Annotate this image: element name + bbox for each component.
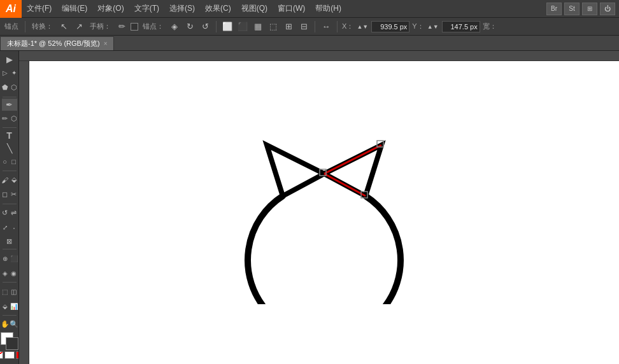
toolbar: 锚点 转换： ↖ ↗ 手柄： ✏ 锚点： ◈ ↻ ↺ ⬜ ⬛ ▦ ⬚ ⊞ ⊟ ↔…	[0, 18, 619, 36]
pencil-tool[interactable]: ✏	[1, 111, 10, 125]
canvas-area[interactable]	[19, 51, 619, 364]
blob-brush-tool[interactable]: ⬡	[10, 111, 18, 125]
magic-wand-tool[interactable]: ✦	[10, 66, 18, 80]
anchor-label: 锚点	[3, 22, 20, 31]
brush-pair: 🖌 ⬙	[1, 173, 18, 187]
transform-icon-1[interactable]: ↖	[57, 20, 70, 33]
transform-label: 转换：	[30, 22, 55, 31]
shape-builder-tool[interactable]: ⊕	[1, 251, 10, 265]
main-area: ▶ ▷ ✦ ⬟ ⬡ ✒ ✏ ⬡ T ╲ ○ □ 🖌 ⬙ ◻ ✂	[0, 51, 619, 364]
hand-tool[interactable]: ✋	[1, 318, 10, 332]
perspective-pair: ◈ ◉	[1, 266, 18, 280]
scale-tool[interactable]: ⤢	[1, 221, 10, 235]
stroke-swatch[interactable]	[6, 337, 18, 350]
rect-tool[interactable]: □	[10, 155, 18, 169]
selection-tool[interactable]: ▶	[2, 53, 17, 66]
separator-3	[315, 21, 315, 32]
anchor-icon-2[interactable]: ↻	[183, 20, 196, 33]
menu-text[interactable]: 文字(T)	[129, 0, 164, 17]
fill-stroke-swatches[interactable]	[1, 332, 18, 350]
anchor-icon[interactable]: ◈	[168, 20, 181, 33]
menu-object[interactable]: 对象(O)	[92, 0, 129, 17]
direct-selection-pair: ▷ ✦	[1, 66, 18, 80]
live-paint-tool[interactable]: ⬛	[10, 251, 18, 265]
perspective-sel-tool[interactable]: ◉	[10, 266, 18, 280]
transform-icon-2[interactable]: ↗	[73, 20, 85, 33]
none-swatch[interactable]	[0, 351, 3, 359]
rotate-tool[interactable]: ↺	[1, 206, 10, 220]
hand-pair: ✋ 🔍	[1, 318, 18, 332]
vertical-ruler	[19, 61, 29, 364]
x-input[interactable]	[371, 21, 409, 32]
ellipse-tool[interactable]: ○	[1, 155, 10, 169]
align-icon-2[interactable]: ⬛	[236, 20, 249, 33]
anchor-icon-3[interactable]: ↺	[199, 20, 211, 33]
scissors-tool[interactable]: ✂	[10, 188, 18, 202]
align-icon-1[interactable]: ⬜	[221, 20, 234, 33]
tab-close-button[interactable]: ×	[104, 40, 108, 47]
align-icon-6[interactable]: ⊟	[297, 20, 310, 33]
lt-sep-7	[3, 315, 17, 316]
y-input[interactable]	[442, 21, 480, 32]
free-transform-tool[interactable]: ⊠	[2, 235, 17, 248]
shear-tool[interactable]: ⬪	[10, 221, 18, 235]
horizontal-ruler	[19, 51, 619, 61]
document-tab[interactable]: 未标题-1* @ 52% (RGB/预览) ×	[0, 36, 114, 50]
paintbrush-tool[interactable]: 🖌	[1, 173, 10, 187]
type-tool[interactable]: T	[2, 130, 17, 142]
anchor2-label: 锚点：	[141, 22, 166, 31]
menu-view[interactable]: 视图(Q)	[236, 0, 273, 17]
svg-line-3	[324, 174, 366, 196]
chart-tool[interactable]: 📊	[10, 299, 18, 313]
eyedropper-tool[interactable]: ⬙	[1, 299, 10, 313]
pen-tool[interactable]: ✒	[2, 99, 17, 111]
y-label: Y：	[412, 22, 423, 31]
menu-effect[interactable]: 效果(C)	[200, 0, 236, 17]
stock-icon[interactable]: St	[564, 3, 580, 15]
align-icon-3[interactable]: ▦	[252, 20, 264, 33]
menu-items: 文件(F) 编辑(E) 对象(O) 文字(T) 选择(S) 效果(C) 视图(Q…	[22, 0, 546, 17]
power-icon[interactable]: ⏻	[600, 3, 615, 15]
reflect-tool[interactable]: ⇌	[10, 206, 18, 220]
svg-marker-0	[267, 145, 324, 196]
menu-file[interactable]: 文件(F)	[22, 0, 57, 17]
menu-help[interactable]: 帮助(H)	[310, 0, 346, 17]
artwork-container[interactable]	[222, 120, 426, 305]
mesh-tool[interactable]: ⬚	[1, 284, 10, 298]
shape-builder-pair: ⊕ ⬛	[1, 251, 18, 265]
menu-select[interactable]: 选择(S)	[164, 0, 200, 17]
bridge-icon[interactable]: Br	[546, 3, 562, 15]
white-swatch[interactable]	[4, 351, 15, 359]
tab-title: 未标题-1* @ 52% (RGB/预览)	[7, 39, 100, 48]
y-arrow[interactable]: ▲▼	[427, 20, 439, 33]
pencil-pair: ✏ ⬡	[1, 111, 18, 125]
lasso-tool-2[interactable]: ⬡	[10, 81, 18, 95]
line-tool[interactable]: ╲	[2, 143, 17, 155]
lt-sep-4	[3, 204, 17, 204]
lt-sep-1	[3, 97, 17, 97]
menu-window[interactable]: 窗口(W)	[273, 0, 310, 17]
left-toolbar: ▶ ▷ ✦ ⬟ ⬡ ✒ ✏ ⬡ T ╲ ○ □ 🖌 ⬙ ◻ ✂	[0, 51, 19, 364]
eraser-tool[interactable]: ◻	[1, 188, 10, 202]
separator-1	[25, 21, 25, 32]
lasso-tool[interactable]: ⬟	[1, 81, 10, 95]
perspective-tool[interactable]: ◈	[1, 266, 10, 280]
gradient-tool[interactable]: ◫	[10, 284, 18, 298]
color-swatches	[0, 332, 19, 361]
zoom-tool[interactable]: 🔍	[10, 318, 18, 332]
shape-pair: ○ □	[1, 155, 18, 169]
align-icon-4[interactable]: ⬚	[267, 20, 280, 33]
align-icon-5[interactable]: ⊞	[282, 20, 295, 33]
handle-square[interactable]	[131, 23, 138, 31]
distribute-icon[interactable]: ↔	[320, 20, 332, 33]
handle-label: 手柄：	[88, 22, 113, 31]
shaper-tool[interactable]: ⬙	[10, 173, 18, 187]
artwork-svg	[222, 120, 426, 304]
direct-selection-tool[interactable]: ▷	[1, 66, 10, 80]
menu-edit[interactable]: 编辑(E)	[57, 0, 92, 17]
x-arrow[interactable]: ▲▼	[356, 20, 369, 33]
separator-4	[337, 21, 338, 32]
grid-icon[interactable]: ⊞	[582, 3, 597, 15]
width-label: 宽：	[483, 22, 497, 31]
handle-icon[interactable]: ✏	[115, 20, 128, 33]
